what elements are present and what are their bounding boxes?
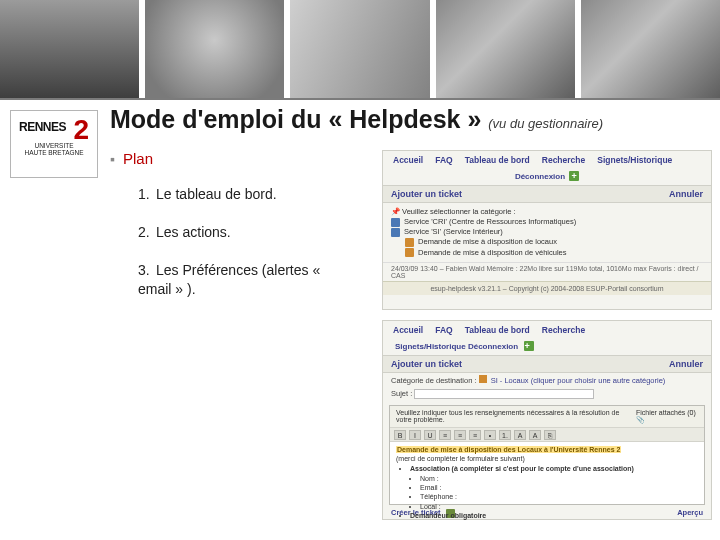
editor-hint: Veuillez indiquer tous les renseignement…: [396, 409, 636, 424]
plan-block: ▪Plan 1.Le tableau de bord. 2.Les action…: [110, 150, 355, 318]
toolbar-button[interactable]: A: [529, 430, 541, 440]
slide-title-row: Mode d'emploi du « Helpdesk » (vu du ges…: [110, 105, 712, 134]
plan-item: 2.Les actions.: [138, 223, 355, 241]
editor-content[interactable]: Demande de mise à disposition des Locaux…: [390, 442, 704, 523]
toolbar-button[interactable]: ⎘: [544, 430, 556, 440]
toolbar-button[interactable]: ≡: [469, 430, 481, 440]
toolbar-button[interactable]: ≡: [439, 430, 451, 440]
mock-section-bar: Ajouter un ticket Annuler: [383, 355, 711, 373]
toolbar-button[interactable]: U: [424, 430, 436, 440]
logo-text-two: 2: [73, 114, 89, 146]
nav-link[interactable]: Accueil: [393, 155, 423, 165]
logo-text-hb: HAUTE BRETAGNE: [15, 150, 93, 157]
toolbar-button[interactable]: ≡: [454, 430, 466, 440]
folder-icon: [391, 218, 400, 227]
subject-input[interactable]: [414, 389, 594, 399]
editor-note: (merci de compléter le formulaire suivan…: [396, 455, 525, 462]
plus-icon[interactable]: +: [569, 171, 579, 181]
nav-link[interactable]: Recherche: [542, 155, 585, 165]
field-category: Catégorie de destination : SI - Locaux (…: [383, 373, 711, 387]
slide-content: Mode d'emploi du « Helpdesk » (vu du ges…: [110, 105, 712, 535]
section-title: Ajouter un ticket: [391, 189, 462, 199]
tree-item[interactable]: Demande de mise à disposition de locaux: [405, 237, 703, 247]
toolbar-button[interactable]: 1.: [499, 430, 511, 440]
plan-item: 3.Les Préférences (alertes « email » ).: [138, 261, 355, 297]
leaf-icon: [405, 248, 414, 257]
editor-highlight: Demande de mise à disposition des Locaux…: [396, 446, 621, 453]
nav-link[interactable]: FAQ: [435, 155, 452, 165]
tree-item[interactable]: Service 'SI' (Service Intérieur): [391, 227, 703, 237]
section-title: Ajouter un ticket: [391, 359, 462, 369]
mock-subnav: Signets/Historique Déconnexion +: [383, 339, 711, 355]
field-subject: Sujet :: [383, 387, 711, 401]
rich-text-editor: Veuillez indiquer tous les renseignement…: [389, 405, 705, 505]
banner-photo: [581, 0, 720, 100]
attach-icon: 📎: [636, 416, 645, 423]
tree-item[interactable]: Service 'CRI' (Centre de Ressources Info…: [391, 217, 703, 227]
toolbar-button[interactable]: B: [394, 430, 406, 440]
category-prompt: 📌 Veuillez sélectionner la catégorie :: [391, 207, 703, 217]
leaf-icon: [405, 238, 414, 247]
editor-toolbar: B I U ≡ ≡ ≡ • 1. A A ⎘: [390, 428, 704, 442]
mock-subnav: Déconnexion+: [383, 169, 711, 185]
screenshot-category-select: Accueil FAQ Tableau de bord Recherche Si…: [382, 150, 712, 310]
mock-nav: Accueil FAQ Tableau de bord Recherche: [383, 321, 711, 339]
toolbar-button[interactable]: •: [484, 430, 496, 440]
slide-subtitle: (vu du gestionnaire): [488, 116, 603, 131]
leaf-icon: [479, 375, 487, 383]
banner-underline: [0, 98, 720, 100]
nav-link[interactable]: Signets/Historique: [597, 155, 672, 165]
nav-link[interactable]: Recherche: [542, 325, 585, 335]
editor-header: Veuillez indiquer tous les renseignement…: [390, 406, 704, 428]
nav-link[interactable]: Accueil: [393, 325, 423, 335]
attachments-label[interactable]: Fichier attachés (0) 📎: [636, 409, 698, 424]
photo-banner: [0, 0, 720, 100]
subnav-links[interactable]: Signets/Historique Déconnexion: [395, 342, 518, 351]
mock-nav: Accueil FAQ Tableau de bord Recherche Si…: [383, 151, 711, 169]
banner-photo: [290, 0, 429, 100]
nav-link[interactable]: FAQ: [435, 325, 452, 335]
logo-text-rennes: RENNES: [19, 120, 66, 134]
logout-link[interactable]: Déconnexion: [515, 172, 565, 181]
cancel-link[interactable]: Annuler: [669, 189, 703, 199]
tree-item[interactable]: Demande de mise à disposition de véhicul…: [405, 248, 703, 258]
mock-section-bar: Ajouter un ticket Annuler: [383, 185, 711, 203]
folder-icon: [391, 228, 400, 237]
plan-item: 1.Le tableau de bord.: [138, 185, 355, 203]
bullet-icon: ▪: [110, 151, 115, 167]
cancel-link[interactable]: Annuler: [669, 359, 703, 369]
banner-photo: [0, 0, 139, 100]
banner-photo: [436, 0, 575, 100]
copyright-line: esup-helpdesk v3.21.1 – Copyright (c) 20…: [383, 281, 711, 295]
category-value-link[interactable]: SI - Locaux (cliquer pour choisir une au…: [491, 376, 666, 385]
toolbar-button[interactable]: I: [409, 430, 421, 440]
nav-link[interactable]: Tableau de bord: [465, 325, 530, 335]
toolbar-button[interactable]: A: [514, 430, 526, 440]
mock-body: 📌 Veuillez sélectionner la catégorie : S…: [383, 203, 711, 262]
nav-link[interactable]: Tableau de bord: [465, 155, 530, 165]
banner-photo: [145, 0, 284, 100]
plan-heading: ▪Plan: [110, 150, 355, 167]
university-logo: RENNES 2 UNIVERSITE HAUTE BRETAGNE: [10, 110, 98, 178]
plus-icon[interactable]: +: [524, 341, 534, 351]
slide-title: Mode d'emploi du « Helpdesk »: [110, 105, 481, 133]
screenshot-ticket-editor: Accueil FAQ Tableau de bord Recherche Si…: [382, 320, 712, 520]
status-line: 24/03/09 13:40 – Fabien Wald Mémoire : 2…: [383, 262, 711, 281]
